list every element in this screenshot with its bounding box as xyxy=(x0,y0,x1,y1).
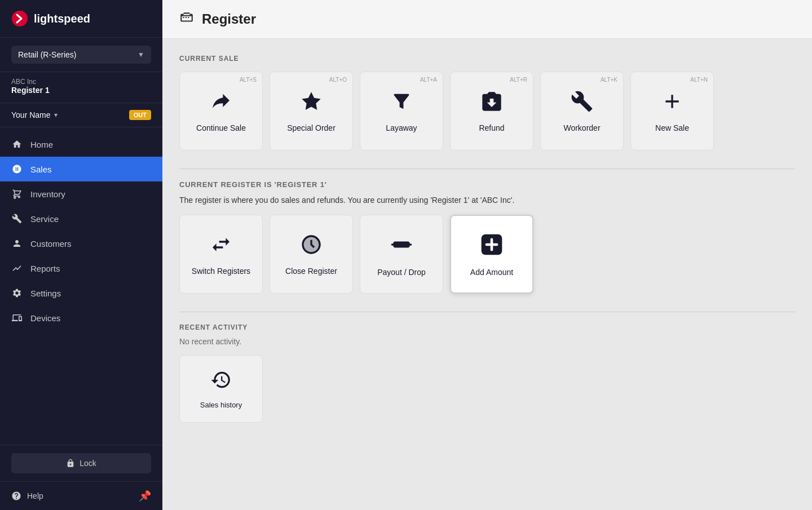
sidebar-item-home[interactable]: Home xyxy=(0,132,162,157)
store-chevron-icon: ▼ xyxy=(138,51,144,59)
company-name: ABC Inc xyxy=(11,78,151,86)
sidebar-item-inventory[interactable]: Inventory xyxy=(0,181,162,206)
main-body: CURRENT SALE ALT+S Continue Sale ALT+O S… xyxy=(162,39,812,456)
workorder-shortcut: ALT+K xyxy=(601,77,617,83)
layaway-card[interactable]: ALT+A Layaway xyxy=(360,72,443,150)
payout-drop-icon xyxy=(389,232,414,262)
lightspeed-logo-icon xyxy=(11,10,28,27)
sidebar-item-settings[interactable]: Settings xyxy=(0,281,162,305)
special-order-label: Special Order xyxy=(287,123,336,132)
register-actions-grid: Switch Registers Close Register Payout /… xyxy=(179,215,795,294)
svg-rect-3 xyxy=(408,243,412,246)
svg-rect-1 xyxy=(393,241,409,247)
page-header: Register xyxy=(162,0,812,39)
pin-icon[interactable]: 📌 xyxy=(139,490,151,502)
sales-history-icon xyxy=(210,369,232,395)
add-amount-label: Add Amount xyxy=(470,268,513,277)
workorder-card[interactable]: ALT+K Workorder xyxy=(540,72,624,150)
payout-drop-card[interactable]: Payout / Drop xyxy=(360,215,443,294)
recent-activity-label: RECENT ACTIVITY xyxy=(179,323,795,331)
inventory-icon xyxy=(11,189,23,199)
user-name-area[interactable]: Your Name ▾ xyxy=(11,110,58,119)
page-title: Register xyxy=(202,11,256,27)
register-info: ABC Inc Register 1 xyxy=(0,72,162,103)
switch-registers-card[interactable]: Switch Registers xyxy=(179,215,263,294)
help-section: Help 📌 xyxy=(0,481,162,510)
layaway-icon xyxy=(390,90,413,118)
lock-label: Lock xyxy=(80,459,96,468)
current-sale-label: CURRENT SALE xyxy=(179,55,795,63)
sales-history-card[interactable]: Sales history xyxy=(179,355,263,423)
store-name: Retail (R-Series) xyxy=(18,50,76,59)
settings-icon xyxy=(11,288,23,298)
main-content: Register CURRENT SALE ALT+S Continue Sal… xyxy=(162,0,812,510)
reports-icon xyxy=(11,263,23,273)
no-activity-text: No recent activity. xyxy=(179,337,795,346)
special-order-icon xyxy=(300,90,323,118)
new-sale-shortcut: ALT+N xyxy=(690,77,708,83)
continue-sale-shortcut: ALT+S xyxy=(240,77,257,83)
sidebar-item-service[interactable]: Service xyxy=(0,206,162,231)
register-description: The register is where you do sales and r… xyxy=(179,196,795,205)
user-chevron-icon: ▾ xyxy=(54,111,58,119)
sidebar-item-sales[interactable]: Sales xyxy=(0,157,162,181)
nav-label-inventory: Inventory xyxy=(30,189,65,199)
current-sale-grid: ALT+S Continue Sale ALT+O Special Order … xyxy=(179,72,795,150)
lock-section: Lock xyxy=(0,445,162,481)
sales-icon xyxy=(11,164,23,174)
new-sale-label: New Sale xyxy=(655,123,689,132)
user-section: Your Name ▾ OUT xyxy=(0,103,162,127)
continue-sale-icon xyxy=(210,90,232,118)
sidebar-item-reports[interactable]: Reports xyxy=(0,256,162,281)
nav-label-customers: Customers xyxy=(30,239,72,249)
customers-icon xyxy=(11,238,23,249)
new-sale-icon xyxy=(661,90,683,118)
continue-sale-card[interactable]: ALT+S Continue Sale xyxy=(179,72,263,150)
sidebar: lightspeed Retail (R-Series) ▼ ABC Inc R… xyxy=(0,0,162,510)
divider-2 xyxy=(179,312,795,312)
add-amount-card[interactable]: Add Amount xyxy=(450,215,533,294)
register-name: Register 1 xyxy=(11,86,151,95)
special-order-card[interactable]: ALT+O Special Order xyxy=(270,72,353,150)
nav-label-sales: Sales xyxy=(30,165,52,174)
nav-label-settings: Settings xyxy=(30,289,61,298)
user-status-badge: OUT xyxy=(129,110,151,120)
store-dropdown[interactable]: Retail (R-Series) ▼ xyxy=(11,46,151,64)
service-icon xyxy=(11,214,23,224)
lock-button[interactable]: Lock xyxy=(11,453,151,473)
nav-label-reports: Reports xyxy=(30,264,60,273)
home-icon xyxy=(11,139,23,149)
sidebar-item-customers[interactable]: Customers xyxy=(0,231,162,256)
refund-label: Refund xyxy=(479,123,504,132)
close-register-label: Close Register xyxy=(285,267,337,276)
recent-activity-grid: Sales history xyxy=(179,355,795,423)
switch-registers-icon xyxy=(210,233,232,261)
refund-shortcut: ALT+R xyxy=(510,77,527,83)
new-sale-card[interactable]: ALT+N New Sale xyxy=(630,72,714,150)
workorder-icon xyxy=(571,90,593,118)
special-order-shortcut: ALT+O xyxy=(329,77,347,83)
continue-sale-label: Continue Sale xyxy=(196,123,246,132)
nav-label-devices: Devices xyxy=(30,313,60,323)
svg-rect-2 xyxy=(391,243,395,246)
help-button[interactable]: Help xyxy=(11,491,43,501)
register-header-icon xyxy=(179,10,194,28)
switch-registers-label: Switch Registers xyxy=(192,267,250,276)
register-section: CURRENT REGISTER IS 'REGISTER 1' The reg… xyxy=(179,180,795,294)
help-icon xyxy=(11,491,21,501)
register-section-title: CURRENT REGISTER IS 'REGISTER 1' xyxy=(179,180,795,189)
layaway-shortcut: ALT+A xyxy=(420,77,437,83)
sidebar-item-devices[interactable]: Devices xyxy=(0,305,162,330)
payout-drop-label: Payout / Drop xyxy=(377,268,426,277)
sidebar-nav: Home Sales Inventory Service xyxy=(0,127,162,445)
refund-card[interactable]: ALT+R Refund xyxy=(450,72,533,150)
user-name: Your Name xyxy=(11,110,51,119)
sales-history-label: Sales history xyxy=(200,401,242,409)
nav-label-home: Home xyxy=(30,140,53,149)
brand-name: lightspeed xyxy=(34,12,90,25)
sidebar-logo: lightspeed xyxy=(0,0,162,38)
nav-label-service: Service xyxy=(30,214,59,224)
help-label: Help xyxy=(27,491,43,500)
close-register-card[interactable]: Close Register xyxy=(270,215,353,294)
refund-icon xyxy=(480,90,503,118)
